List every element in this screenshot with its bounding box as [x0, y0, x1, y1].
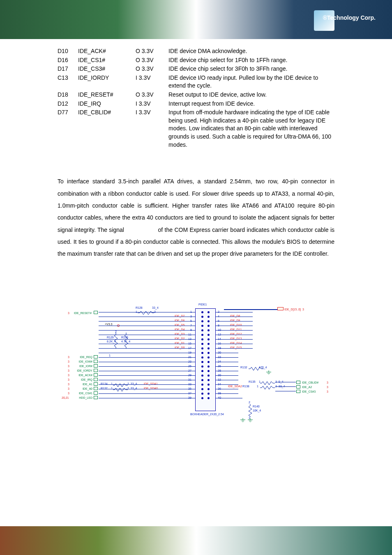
wire — [216, 393, 238, 394]
port-icon — [296, 385, 300, 388]
pin-hole — [201, 311, 203, 313]
pin-cell: D77 — [58, 109, 78, 149]
wire — [275, 382, 296, 382]
port-icon — [94, 378, 98, 381]
pin-hole — [208, 388, 210, 390]
schematic-diagram: PIDE1 1 3 5 7 9 11 13 15 17 19 21 23 25 … — [68, 306, 339, 426]
resistor-icon — [249, 404, 252, 417]
wire — [216, 348, 253, 349]
resistor-pin: 1 — [109, 354, 111, 357]
port-label: IDE_RESET# — [74, 312, 92, 314]
page-ref: 3 — [327, 386, 328, 388]
pin-hole — [201, 334, 203, 336]
pin-hole — [201, 316, 203, 318]
port-label: IDE_CS#3 — [302, 390, 316, 393]
page-content: D10 IDE_ACK# O 3.3V IDE device DMA ackno… — [0, 47, 392, 260]
port-label: HDD_LED — [74, 396, 92, 399]
table-row: D16 IDE_CS1# O 3.3V IDE device chip sele… — [58, 56, 334, 65]
wire — [216, 353, 238, 353]
wire — [99, 339, 195, 340]
signal-cell: IDE_CS3# — [78, 65, 136, 73]
bus-label: IDE_D[15..0] 3 — [277, 307, 304, 311]
wire — [99, 371, 195, 371]
pin-hole — [201, 356, 203, 358]
footer-banner — [0, 526, 392, 555]
io-cell: O 3.3V — [136, 65, 168, 73]
port-icon — [94, 396, 98, 399]
signal-cell: IDE_IORDY — [78, 74, 136, 90]
wire — [99, 353, 195, 353]
port-icon — [296, 381, 300, 384]
table-row: C13 IDE_IORDY I 3.3V IDE device I/O read… — [58, 74, 334, 90]
port-label: IDE_A0 — [74, 387, 92, 390]
io-cell: I 3.3V — [136, 109, 168, 149]
wire — [99, 330, 195, 331]
pin-hole — [208, 311, 210, 313]
pin-hole — [201, 379, 203, 381]
page-ref: 3 — [68, 374, 69, 377]
table-row: D10 IDE_ACK# O 3.3V IDE device DMA ackno… — [58, 47, 334, 56]
resistor-ref: R132 — [240, 366, 247, 369]
wire — [216, 326, 253, 326]
port-icon — [94, 364, 98, 368]
port-icon — [94, 387, 98, 390]
page-ref: 3 — [327, 381, 328, 384]
pin-hole — [201, 393, 203, 395]
pin-hole — [208, 365, 210, 368]
connector-ref: PIDE1 — [198, 303, 207, 306]
desc-cell: IDE device chip select for 1F0h to 1FFh … — [168, 56, 334, 65]
wire — [216, 330, 253, 331]
page-ref: 3 — [68, 365, 69, 368]
pin-cell: D12 — [58, 100, 78, 108]
wire — [99, 321, 195, 321]
pin-hole — [201, 375, 203, 377]
wire — [216, 357, 238, 358]
table-row: D18 IDE_RESET# O 3.3V Reset output to ID… — [58, 91, 334, 99]
port-label: IDE_CS#1 — [74, 392, 92, 395]
io-cell: O 3.3V — [136, 47, 168, 56]
resistor-ref: R128 — [136, 306, 143, 309]
desc-cell: IDE device DMA acknowledge. — [168, 47, 334, 56]
pin-hole — [208, 361, 210, 363]
resistor-ref: R129 — [107, 336, 114, 339]
net-label: IDE_SDA2 — [228, 385, 242, 388]
pin-hole — [208, 384, 210, 386]
page-ref: 3 — [68, 383, 69, 386]
pin-hole — [208, 375, 210, 377]
port-icon — [94, 360, 98, 363]
port-icon — [94, 382, 98, 386]
resistor-val: 10K_4 — [253, 409, 261, 412]
signal-cell: IDE_ACK# — [78, 47, 136, 56]
connector-type: BOXHEADER_2X20_2.54 — [190, 413, 224, 416]
wire — [216, 312, 253, 312]
pin-hole — [201, 361, 203, 363]
wire — [99, 317, 195, 317]
wire — [216, 398, 242, 398]
pin-hole — [201, 388, 203, 390]
page-ref: 3 — [68, 369, 69, 372]
io-cell: I 3.3V — [136, 100, 168, 108]
bus-wire — [224, 309, 277, 310]
pin-hole — [208, 320, 210, 322]
page-ref: 3 — [68, 312, 69, 314]
resistor-icon — [249, 367, 263, 370]
pin-cell: D10 — [58, 47, 78, 56]
resistor-icon — [260, 386, 275, 389]
page-ref: 3 — [327, 390, 328, 393]
signal-cell: IDE_RESET# — [78, 91, 136, 99]
pin-cell: D18 — [58, 91, 78, 99]
pin-hole — [208, 370, 210, 372]
desc-cell: Reset output to IDE device, active low. — [168, 91, 334, 99]
table-row: D12 IDE_IRQ I 3.3V Interrupt request fro… — [58, 100, 334, 108]
port-icon — [94, 355, 98, 358]
port-label: IDE_IRQ — [74, 378, 92, 381]
wire — [216, 321, 253, 321]
port-label: IDE_IOW# — [74, 360, 92, 363]
pin-hole — [201, 384, 203, 386]
io-cell: I 3.3V — [136, 74, 168, 90]
wire — [99, 312, 195, 312]
pin-hole — [201, 329, 203, 331]
wire — [275, 391, 296, 391]
wire — [99, 344, 195, 344]
pin-hole — [208, 352, 210, 354]
